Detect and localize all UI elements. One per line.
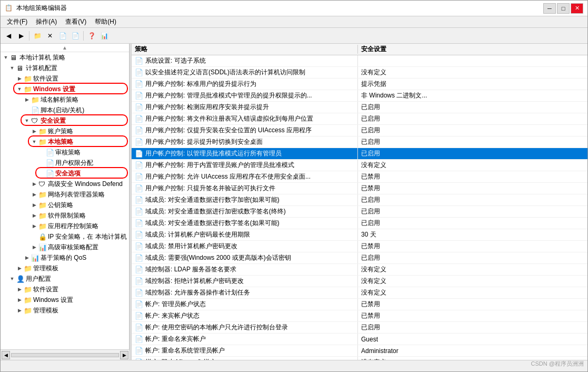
table-row[interactable]: 📄用户账户控制: 允许 UIAccess 应用程序在不使用安全桌面...已禁用 xyxy=(132,171,587,183)
toolbar-separator-1 xyxy=(29,31,29,41)
security-options-icon: 📄 xyxy=(46,170,54,178)
scroll-left-arrow[interactable]: ◀ xyxy=(2,351,10,359)
advanced-defender-expand: ▶ xyxy=(30,181,38,187)
tree-advanced-defender[interactable]: ▶ 🛡 高级安全 Windows Defend xyxy=(1,179,129,189)
menu-view[interactable]: 查看(V) xyxy=(61,16,91,27)
table-row[interactable]: 📄用户账户控制: 只提升签名并验证的可执行文件已禁用 xyxy=(132,183,587,194)
advanced-audit-expand: ▶ xyxy=(30,244,38,250)
table-row[interactable]: 📄用户账户控制: 检测应用程序安装并提示提升已启用 xyxy=(132,102,587,113)
tree-account-policy[interactable]: ▶ 📁 账户策略 xyxy=(1,126,129,136)
tree-software-restrict[interactable]: ▶ 📁 软件限制策略 xyxy=(1,210,129,221)
menu-action[interactable]: 操作(A) xyxy=(32,16,61,27)
table-row[interactable]: 📄帐户: 来宾帐户状态已禁用 xyxy=(132,310,587,322)
table-row[interactable]: 📄域成员: 禁用计算机帐户密码更改已禁用 xyxy=(132,241,587,252)
table-row[interactable]: 📄域成员: 计算机帐户密码最长使用期限30 天 xyxy=(132,229,587,241)
policy-name: 用户帐户控制: 用于内置管理员账户的管理员批准模式 xyxy=(145,161,294,170)
policy-icon: 📄 xyxy=(135,173,143,181)
tree-scripts[interactable]: 📄 脚本(启动/关机) xyxy=(1,105,129,115)
tree-domain-name[interactable]: ▶ 📁 域名解析策略 xyxy=(1,94,129,105)
tree-scrollbar[interactable]: ◀ ▶ xyxy=(1,349,129,360)
close-button[interactable]: ✕ xyxy=(571,3,583,14)
tree-advanced-audit[interactable]: ▶ 📊 高级审核策略配置 xyxy=(1,242,129,252)
security-column-header[interactable]: 安全设置 xyxy=(358,45,587,54)
tree-app-control[interactable]: ▶ 📁 应用程序控制策略 xyxy=(1,221,129,231)
table-row[interactable]: 📄域控制器: LDAP 服务器签名要求没有定义 xyxy=(132,264,587,276)
policy-security: 没有定义 xyxy=(358,67,587,78)
table-row[interactable]: 📄用户帐户控制: 用于内置管理员账户的管理员批准模式没有定义 xyxy=(132,160,587,171)
scroll-track[interactable] xyxy=(11,353,119,357)
chart-button[interactable]: 📊 xyxy=(98,30,110,42)
tree-user-config[interactable]: ▼ 👤 用户配置 xyxy=(1,273,129,284)
account-policy-expand: ▶ xyxy=(30,129,38,134)
tree-audit-policy[interactable]: 📄 审核策略 xyxy=(1,147,129,158)
forward-button[interactable]: ▶ xyxy=(15,30,27,42)
public-key-expand: ▶ xyxy=(30,202,38,208)
tree-security-options[interactable]: 📄 安全选项 xyxy=(1,168,129,179)
policy-name: 用户帐户控制: 以管理员批准模式运行所有管理员 xyxy=(145,149,282,158)
table-row[interactable]: 📄用户账户控制: 提示提升时切换到安全桌面已启用 xyxy=(132,136,587,148)
tree-local-policy[interactable]: ▼ 📁 本地策略 xyxy=(1,136,129,147)
folder-button[interactable]: 📁 xyxy=(32,30,43,42)
minimize-button[interactable]: ─ xyxy=(543,3,556,14)
advanced-audit-label: 高级审核策略配置 xyxy=(48,243,98,252)
tree-ip-security[interactable]: 🔒 IP 安全策略，在 本地计算机 xyxy=(1,231,129,242)
tree-windows-settings[interactable]: ▼ 📁 Windows 设置 xyxy=(1,84,129,94)
policy-security: 已禁用 xyxy=(358,299,587,310)
table-row[interactable]: 📄域控制器: 拒绝计算机帐户密码更改没有定义 xyxy=(132,276,587,287)
export-button[interactable]: 📄 xyxy=(69,30,81,42)
tree-qos[interactable]: ▶ 📊 基于策略的 QoS xyxy=(1,252,129,263)
tree-security-settings[interactable]: ▼ 🛡 安全设置 xyxy=(1,115,129,126)
table-row[interactable]: 📄域成员: 对安全通道数据进行数字签名(如果可能)已启用 xyxy=(132,218,587,229)
table-row[interactable]: 📄帐户: 重命名系统管理员帐户Administrator xyxy=(132,345,587,357)
title-bar-left: 📋 本地组策略编辑器 xyxy=(5,4,67,13)
policy-security: 已启用 xyxy=(358,322,587,333)
maximize-button[interactable]: □ xyxy=(557,3,570,14)
scroll-right-arrow[interactable]: ▶ xyxy=(120,351,128,359)
tree-user-rights[interactable]: 📄 用户权限分配 xyxy=(1,158,129,168)
main-window: 📋 本地组策略编辑器 ─ □ ✕ 文件(F) 操作(A) 查看(V) 帮助(H)… xyxy=(0,0,588,372)
table-row[interactable]: 📄域成员: 对安全通道数据进行数字加密(如果可能)已启用 xyxy=(132,194,587,206)
tree-software-settings-user[interactable]: ▶ 📁 软件设置 xyxy=(1,284,129,295)
menu-file[interactable]: 文件(F) xyxy=(3,16,32,27)
account-policy-label: 账户策略 xyxy=(48,127,73,136)
software-user-label: 软件设置 xyxy=(33,285,58,294)
table-row[interactable]: 📄域控制器: 允许服务器操作者计划任务没有定义 xyxy=(132,287,587,299)
policy-name: 用户账户控制: 管理员批准模式中管理员的提升权限提示的... xyxy=(145,91,312,100)
tree-admin-templates-comp[interactable]: ▶ 📁 管理模板 xyxy=(1,263,129,273)
tree-admin-templates-user[interactable]: ▶ 📁 管理模板 xyxy=(1,305,129,316)
delete-button[interactable]: ✕ xyxy=(44,30,56,42)
qos-icon: 📊 xyxy=(31,254,39,262)
tree-public-key[interactable]: ▶ 📁 公钥策略 xyxy=(1,200,129,210)
tree-windows-settings-user[interactable]: ▶ 📁 Windows 设置 xyxy=(1,295,129,305)
title-bar: 📋 本地组策略编辑器 ─ □ ✕ xyxy=(1,1,587,16)
table-row[interactable]: 📄以安全描述符定义语言(SDDL)语法表示的计算机访问限制没有定义 xyxy=(132,67,587,79)
policy-column-header[interactable]: 策略 xyxy=(132,45,358,54)
software-user-expand: ▶ xyxy=(15,287,24,292)
table-row[interactable]: 📄系统设置: 可选子系统 xyxy=(132,55,587,67)
table-row[interactable]: 📄用户账户控制: 仅提升安装在安全位置的 UIAccess 应用程序已启用 xyxy=(132,125,587,136)
help-button[interactable]: ❓ xyxy=(86,30,97,42)
table-row[interactable]: 📄域成员: 需要强(Windows 2000 或更高版本)会话密钥已启用 xyxy=(132,252,587,264)
table-row[interactable]: 📄帐户: 重命名来宾帐户Guest xyxy=(132,334,587,345)
menu-help[interactable]: 帮助(H) xyxy=(91,16,121,27)
advanced-audit-icon: 📊 xyxy=(38,243,47,251)
table-row[interactable]: 📄用户帐户控制: 以管理员批准模式运行所有管理员已启用 xyxy=(132,148,587,160)
tree-computer-config[interactable]: ▼ 🖥 计算机配置 xyxy=(1,63,129,73)
table-row[interactable]: 📄用户账户控制: 管理员批准模式中管理员的提升权限提示的...非 Windows… xyxy=(132,90,587,102)
tree-root[interactable]: ▼ 🖥 本地计算机 策略 xyxy=(1,52,129,63)
software-restrict-icon: 📁 xyxy=(38,212,47,220)
tree-software-settings[interactable]: ▶ 📁 软件设置 xyxy=(1,73,129,84)
back-button[interactable]: ◀ xyxy=(3,30,14,42)
user-rights-icon: 📄 xyxy=(46,159,54,167)
table-row[interactable]: 📄帐户: 使用空密码的本地帐户只允许进行控制台登录已启用 xyxy=(132,322,587,334)
table-row[interactable]: 📄用户账户控制: 标准用户的提升提示行为提示凭据 xyxy=(132,79,587,90)
policy-icon: 📄 xyxy=(135,57,143,65)
tree-network-list[interactable]: ▶ 📁 网络列表管理器策略 xyxy=(1,189,129,200)
toolbar-separator-2 xyxy=(83,31,84,41)
table-row[interactable]: 📄帐户: 管理员帐户状态已禁用 xyxy=(132,299,587,310)
table-row[interactable]: 📄用户账户控制: 将文件和注册表写入错误虚拟化到每用户位置已启用 xyxy=(132,113,587,125)
policy-icon: 📄 xyxy=(135,266,143,273)
table-row[interactable]: 📄域成员: 对安全通道数据进行加密或数字签名(终终)已启用 xyxy=(132,206,587,218)
properties-button[interactable]: 📄 xyxy=(57,30,68,42)
policy-icon: 📄 xyxy=(135,103,143,111)
